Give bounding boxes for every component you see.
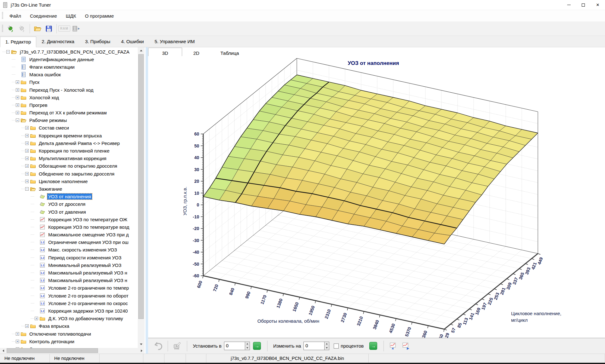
expand-icon[interactable] — [25, 180, 29, 183]
tree-row-0[interactable]: Идентификационные данные — [0, 55, 138, 63]
tree-row-10[interactable]: Коррекция времени впрыска — [0, 132, 138, 139]
tree-row-20[interactable]: УОЗ от давления — [0, 208, 138, 216]
tree-row-24[interactable]: 1.2Ограничение смещения УОЗ при ош — [0, 239, 138, 246]
tree-row-37[interactable]: Контроль детонации — [0, 338, 138, 345]
tree-row-23[interactable]: Максимальное смещение УОЗ при д — [0, 231, 138, 239]
tree-row-36[interactable]: Отключение топливоподачи — [0, 330, 138, 338]
change-value-text[interactable]: 0 — [304, 342, 324, 350]
tree-row-19[interactable]: УОЗ от дросселя — [0, 200, 138, 208]
apply-set-button[interactable]: → — [253, 342, 261, 350]
tree-row-32[interactable]: 1.2Условие 2-го ограничения по скорос — [0, 299, 138, 307]
tree-row-33[interactable]: 1.2Коррекция задержки УОЗ при 10240 — [0, 307, 138, 315]
set-value-text[interactable]: 0 — [224, 342, 245, 350]
expand-icon[interactable] — [16, 96, 19, 99]
close-button[interactable]: ✕ — [591, 0, 605, 10]
menu-item-2[interactable]: ШДК — [61, 11, 81, 20]
spin-down-button[interactable] — [245, 346, 250, 350]
scroll-left-button[interactable] — [0, 348, 6, 354]
expand-icon[interactable] — [25, 164, 29, 168]
tree-vertical-scrollbar[interactable] — [138, 47, 145, 348]
main-tab-4[interactable]: 5. Управление ИМ — [149, 36, 200, 47]
expand-icon[interactable] — [25, 134, 29, 137]
tree-row-4[interactable]: Переход Пуск - Холостой ход — [0, 86, 138, 94]
collapse-icon[interactable] — [6, 50, 10, 54]
tree-row-34[interactable]: Д.К. УОЗ по добавочному топливу — [0, 315, 138, 322]
expand-icon[interactable] — [25, 142, 29, 145]
connect-button[interactable] — [5, 23, 16, 34]
tree-row-12[interactable]: Коррекция по топливной пленке — [0, 147, 138, 154]
tree-row-3[interactable]: Пуск — [0, 78, 138, 86]
tree-row-29[interactable]: 1.2Максимальный реализуемый УОЗ н — [0, 277, 138, 284]
tree-row-25[interactable]: 1.2Макс. скорость изменения УОЗ — [0, 246, 138, 254]
expand-icon[interactable] — [16, 111, 19, 114]
spin-up-button[interactable] — [245, 342, 250, 346]
tree-row-2[interactable]: Маска ошибок — [0, 71, 138, 78]
expand-icon[interactable] — [35, 317, 38, 320]
expand-icon[interactable] — [16, 88, 19, 92]
menu-grip[interactable] — [2, 12, 3, 20]
toolbar-grip[interactable] — [2, 25, 3, 32]
scroll-right-button[interactable] — [138, 348, 145, 354]
tree-row-22[interactable]: Коррекция УОЗ по температуре возд — [0, 223, 138, 231]
export-map-button[interactable] — [400, 340, 412, 352]
tree-row-14[interactable]: Обогащение по открытию дросселя — [0, 162, 138, 170]
tree-row-13[interactable]: Мультипликативная коррекция — [0, 155, 138, 162]
scroll-up-button[interactable] — [138, 47, 145, 54]
tree-row-15[interactable]: Обеднение по закрытию дросселя — [0, 170, 138, 177]
tree-row-6[interactable]: Прогрев — [0, 101, 138, 109]
tree-row-8[interactable]: Рабочие режимы — [0, 117, 138, 124]
expand-icon[interactable] — [16, 340, 19, 343]
expand-icon[interactable] — [16, 80, 19, 84]
tree-row-16[interactable]: Цикловое наполнение — [0, 177, 138, 185]
collapse-icon[interactable] — [16, 118, 19, 122]
main-tab-1[interactable]: 2. Диагностика — [36, 36, 80, 47]
menu-item-0[interactable]: Файл — [5, 11, 26, 20]
main-tab-0[interactable]: 1. Редактор — [0, 37, 36, 47]
set-value-input[interactable]: 0 — [224, 342, 250, 350]
save-file-button[interactable] — [43, 23, 54, 34]
tree-horizontal-scrollbar[interactable] — [0, 348, 145, 354]
surface-3d-plot[interactable]: 6050403020100-10-20-30-40-50-60600720840… — [148, 56, 605, 338]
scroll-down-button[interactable] — [138, 341, 145, 347]
expand-icon[interactable] — [25, 149, 29, 153]
tree-row-7[interactable]: Переход от ХХ к рабочим режимам — [0, 109, 138, 117]
minimize-button[interactable] — [562, 0, 576, 10]
expand-icon[interactable] — [16, 103, 19, 107]
menu-item-1[interactable]: Соединение — [26, 11, 61, 20]
tree-row-9[interactable]: Состав смеси — [0, 124, 138, 132]
vertical-scroll-thumb[interactable] — [138, 54, 144, 319]
surface-chart-area[interactable]: 6050403020100-10-20-30-40-50-60600720840… — [148, 56, 605, 338]
main-tab-2[interactable]: 3. Приборы — [80, 36, 116, 47]
tree-row-27[interactable]: 1.2Минимальный реализуемый УОЗ — [0, 261, 138, 269]
apply-change-button[interactable]: → — [369, 342, 377, 350]
horizontal-scroll-thumb[interactable] — [7, 348, 98, 353]
expand-icon[interactable] — [25, 126, 29, 130]
maximize-button[interactable] — [576, 0, 591, 10]
main-tab-3[interactable]: 4. Ошибки — [116, 36, 149, 47]
tree-row-21[interactable]: Коррекция УОЗ по температуре ОЖ — [0, 216, 138, 223]
tree-row-31[interactable]: 1.2Условие 2-го ограничения по оборот — [0, 292, 138, 299]
expand-icon[interactable] — [25, 172, 29, 176]
collapse-icon[interactable] — [25, 187, 29, 191]
import-map-button[interactable] — [387, 340, 400, 352]
tree-row-28[interactable]: 1.2Максимальный реализуемый УОЗ н — [0, 269, 138, 276]
tree-row-38[interactable]: Лямда-регулирование — [0, 345, 138, 348]
expand-icon[interactable] — [25, 324, 29, 328]
tree-row-30[interactable]: 1.2Условие 2-го ограничения по темпер — [0, 284, 138, 292]
spin-up-button[interactable] — [325, 342, 329, 346]
tree-row-1[interactable]: Флаги комплектации — [0, 63, 138, 71]
expand-icon[interactable] — [25, 157, 29, 160]
tree-row-26[interactable]: 1.2Период скорости изменения УОЗ — [0, 254, 138, 261]
tree-row-17[interactable]: Зажигание — [0, 185, 138, 193]
open-file-button[interactable] — [32, 23, 43, 34]
tree-root-row[interactable]: j73s_v0.7.7_I373DB04_BCN_PCN_UOZ_CC_FAZA — [0, 48, 138, 55]
spin-down-button[interactable] — [325, 346, 329, 350]
tree-row-11[interactable]: Дельта давлений Рампа <-> Ресивер — [0, 139, 138, 147]
tree-row-5[interactable]: Холостой ход — [0, 94, 138, 101]
menu-item-3[interactable]: О программе — [81, 11, 118, 20]
percent-checkbox[interactable] — [334, 344, 339, 349]
tree-row-35[interactable]: Фаза впрыска — [0, 322, 138, 330]
panel-splitter[interactable] — [146, 47, 148, 354]
expand-icon[interactable] — [16, 332, 19, 336]
change-value-input[interactable]: 0 — [303, 342, 329, 350]
